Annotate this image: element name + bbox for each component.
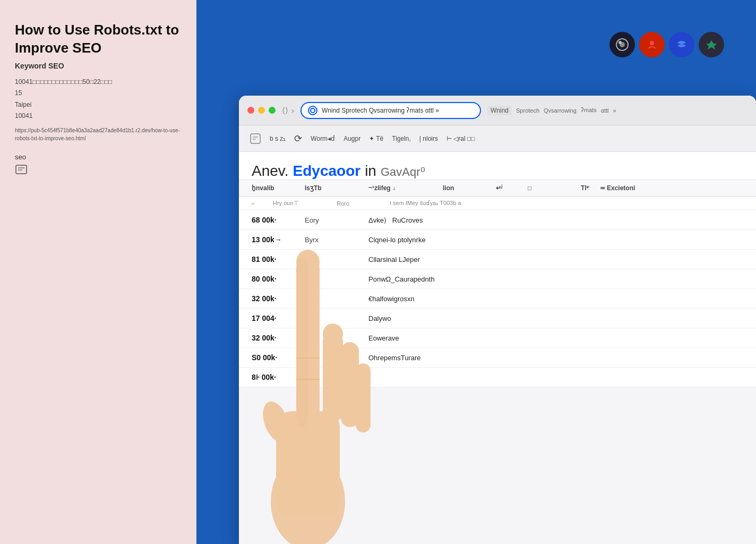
svg-point-5 (618, 41, 622, 44)
toolbar-item-home[interactable] (250, 133, 261, 144)
cell-rank-3: 81 00k· (252, 255, 294, 264)
article-url[interactable]: https://pub-5c454f571b8e40a3a2aad27ade84… (15, 126, 182, 142)
cell-url-5: Bury (305, 295, 358, 303)
toolbar-item-aral[interactable]: ⊢ ◁ral □□ (446, 135, 475, 142)
table-row[interactable]: 80 00k· Bylx PonwΩ_Caurapednth (239, 269, 756, 289)
app-icon-3[interactable] (669, 32, 694, 57)
app-icons-group (609, 32, 724, 57)
browser-toolbar-tabs: Wnind Sprotech Qvsarrowing ʔmats αttl » (487, 106, 748, 115)
cell-rank-6: 17 004· (252, 314, 294, 322)
svg-rect-7 (251, 134, 260, 143)
toolbar-tab-4: ʔmats (581, 107, 597, 114)
table-header-rank: ḫnvalib (252, 184, 294, 192)
nav-buttons[interactable]: ⟨⟩ › (282, 106, 294, 115)
app-icon-4[interactable] (699, 32, 724, 57)
traffic-lights (247, 107, 276, 114)
table-header-url[interactable]: lsʒTb (305, 184, 358, 192)
toolbar-label-worm: Worm◂ḋ (311, 135, 335, 142)
table-header-name: □ (528, 184, 570, 192)
article-title: How to Use Robots.txt to Improve SEO (15, 21, 182, 57)
table-row[interactable]: S0 00k· Nillv OhrepemsTurare (239, 348, 756, 368)
toolbar-label-augpr: Augpr (343, 135, 360, 142)
browser-chrome: ⟨⟩ › Wnind Sprotech Qvsarrowing ʔmats αt… (239, 96, 756, 125)
refresh-icon: ⟳ (294, 133, 302, 144)
table-row[interactable]: 32 00k· Bory Eowerave (239, 328, 756, 348)
app-icon-2[interactable] (639, 32, 665, 57)
toolbar-tab-3: Qvsarrowing (544, 107, 577, 114)
cell-name-6: Dalywo (368, 314, 743, 322)
address-circle-icon (308, 106, 317, 115)
table-header-score[interactable]: lion (443, 184, 485, 192)
article-tag: seo (15, 153, 182, 161)
cell-rank-4: 80 00k· (252, 275, 294, 283)
svg-rect-0 (16, 165, 27, 174)
left-sidebar: How to Use Robots.txt to Improve SEO Key… (0, 0, 196, 544)
toolbar-item-tigeln[interactable]: Tigeln, (392, 135, 411, 142)
blue-background (196, 0, 756, 106)
table-row[interactable]: 17 004· Rylx Dalywo (239, 309, 756, 328)
toolbar-tab-1: Wnind (487, 106, 512, 115)
meta-line2: 15 (15, 88, 182, 99)
cell-rank-5: 32 00k· (252, 294, 294, 303)
address-bar[interactable]: Wnind Sprotech Qvsarrowing ʔmats αttl » (300, 102, 481, 119)
table-row[interactable]: 68 00k· Eory Δvke⟩ RuCroves (239, 210, 756, 230)
table-header-change[interactable]: ~¹zlifeg ↓ (368, 184, 432, 192)
toolbar-item-te[interactable]: ✦ Tē (369, 135, 383, 142)
table-row[interactable]: 81 00k· Egry Cllarsinal LJeper (239, 250, 756, 269)
back-icon[interactable]: ⟨⟩ (282, 106, 288, 115)
page-title-part3: in (365, 163, 376, 180)
toolbar-item-augpr[interactable]: Augpr (343, 135, 360, 142)
cell-rank-2: 13 00k→ (252, 235, 294, 244)
toolbar-tab-more: » (613, 107, 616, 114)
app-icon-1[interactable] (609, 32, 635, 57)
table-row[interactable]: 8⊦ 00k· (239, 368, 756, 387)
table-row[interactable]: 13 00k→ Byrx Clqnei-lo ptolynrke (239, 230, 756, 250)
toolbar-tab-5: αttl (601, 107, 609, 114)
table-header-more[interactable]: ≃ Excietoni (600, 184, 743, 192)
page-title-part1: Anev. (252, 163, 289, 180)
cell-name-3: Cllarsinal LJeper (368, 256, 743, 264)
page-title-part2: Edycaoor (293, 163, 361, 180)
toolbar-tab-2: Sprotech (516, 107, 539, 114)
svg-rect-11 (276, 411, 340, 517)
page-title-row: Anev. Edycaoor in GavAqr⁰ (252, 163, 743, 180)
toolbar-item-2[interactable]: b s z₁ (270, 135, 286, 142)
subheader-icon: ⌐ (252, 200, 262, 207)
toolbar-item-refresh[interactable]: ⟳ (294, 133, 302, 144)
svg-point-18 (258, 398, 295, 446)
forward-icon[interactable]: › (291, 106, 294, 115)
table-header-row: ḫnvalib lsʒTb ~¹zlifeg ↓ lion ↵ʲ □ Tlʶ ≃… (239, 180, 756, 197)
cell-url-3: Egry (305, 256, 358, 264)
cell-rank-7: 32 00k· (252, 334, 294, 342)
cell-url-1: Eory (305, 216, 358, 224)
toolbar-label-aral: ⊢ ◁ral □□ (446, 135, 475, 142)
traffic-light-red[interactable] (247, 107, 254, 114)
data-table: ḫnvalib lsʒTb ~¹zlifeg ↓ lion ↵ʲ □ Tlʶ ≃… (239, 180, 756, 387)
browser-toolbar: b s z₁ ⟳ Worm◂ḋ Augpr ✦ Tē Tigeln, | nlo… (239, 125, 756, 152)
svg-point-6 (650, 41, 654, 45)
cell-url-4: Bylx (305, 275, 358, 283)
svg-point-10 (271, 454, 345, 544)
traffic-light-green[interactable] (269, 107, 276, 114)
table-row[interactable]: 32 00k· Bury €halfowigrosxn (239, 289, 756, 309)
toolbar-label-2: b s z₁ (270, 135, 286, 142)
meta-line1: 10041□□□□□□□□□□□□□50□22□□□ (15, 76, 182, 88)
cell-name-7: Eowerave (368, 334, 743, 342)
toolbar-item-worm[interactable]: Worm◂ḋ (311, 135, 335, 142)
toolbar-item-nloirs[interactable]: | nloirs (419, 135, 438, 142)
subheader-desc: I sem IMey iluɗya₁ T003b a (390, 200, 461, 207)
article-subtitle: Keyword SEO (15, 62, 182, 70)
table-header-tlr[interactable]: Tlʶ (581, 184, 589, 192)
toolbar-label-tigeln: Tigeln, (392, 135, 411, 142)
cell-name-4: PonwΩ_Caurapednth (368, 275, 743, 283)
page-title-part4: GavAqr⁰ (381, 165, 425, 179)
cell-url-6: Rylx (305, 314, 358, 322)
cell-url-8: Nillv (305, 354, 358, 362)
traffic-light-yellow[interactable] (258, 107, 265, 114)
meta-line4: 10041 (15, 110, 182, 122)
cell-url-7: Bory (305, 334, 358, 342)
browser-window: ⟨⟩ › Wnind Sprotech Qvsarrowing ʔmats αt… (239, 96, 756, 544)
subheader-hry: Hry oun⊤ (273, 200, 326, 207)
meta-line3: Taipei (15, 99, 182, 111)
page-header: Anev. Edycaoor in GavAqr⁰ (239, 152, 756, 180)
